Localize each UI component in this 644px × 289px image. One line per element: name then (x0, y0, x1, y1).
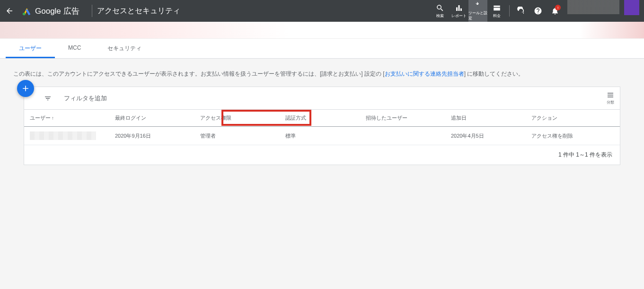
tools-settings-button[interactable]: ツールと設定 (468, 0, 487, 22)
header-tools: 検索 レポート ツールと設定 料金 ! (431, 0, 644, 22)
pagination-info: 1 件中 1～1 件を表示 (24, 145, 620, 165)
add-user-button[interactable] (17, 80, 34, 97)
notification-badge: ! (555, 5, 561, 10)
info-text: この表には、このアカウントにアクセスできるユーザーが表示されます。お支払い情報を… (0, 59, 644, 87)
table-header-row: ユーザー↑ 最終ログイン アクセス権限 認証方式 招待したユーザー 追加日 アク… (24, 110, 620, 127)
info-prefix: この表には、このアカウントにアクセスできるユーザーが表示されます。お支払い情報を… (13, 70, 385, 77)
billing-label: 料金 (493, 13, 501, 18)
col-action[interactable]: アクション (526, 110, 620, 127)
cell-user (24, 127, 109, 145)
google-ads-logo-icon (22, 6, 32, 16)
svg-point-0 (23, 13, 26, 15)
tab-security[interactable]: セキュリティ (94, 39, 155, 58)
table-row: 2020年9月16日 管理者 標準 2020年4月5日 アクセス権を削除 (24, 127, 620, 145)
billing-contacts-link[interactable]: お支払いに関する連絡先担当者 (385, 70, 464, 77)
user-redacted (30, 131, 96, 140)
divider (509, 5, 510, 17)
avatar[interactable] (624, 0, 639, 15)
reports-button[interactable]: レポート (450, 0, 468, 22)
account-info[interactable] (567, 0, 619, 14)
page-title: アクセスとセキュリティ (97, 6, 180, 16)
sort-asc-icon: ↑ (52, 115, 54, 121)
add-filter-label[interactable]: フィルタを追加 (64, 94, 107, 103)
refresh-button[interactable] (512, 0, 529, 22)
search-button[interactable]: 検索 (431, 0, 450, 22)
app-header: Google 広告 アクセスとセキュリティ 検索 レポート ツールと設定 料金 (0, 0, 644, 22)
col-auth-method[interactable]: 認証方式 (280, 110, 360, 127)
cell-access-level[interactable]: 管理者 (194, 127, 280, 145)
reports-label: レポート (451, 13, 467, 18)
segment-button[interactable]: 分類 (601, 91, 620, 105)
search-label: 検索 (436, 13, 444, 18)
cell-action[interactable]: アクセス権を削除 (526, 127, 620, 145)
filter-bar: フィルタを追加 分類 (24, 87, 620, 110)
help-button[interactable] (529, 0, 547, 22)
cell-last-login: 2020年9月16日 (109, 127, 194, 145)
filter-icon[interactable] (43, 95, 53, 102)
info-suffix: ] に移動してください。 (464, 70, 524, 77)
segment-label: 分類 (607, 100, 614, 105)
tab-user[interactable]: ユーザー (6, 39, 55, 58)
account-subheader (0, 22, 644, 39)
billing-button[interactable]: 料金 (487, 0, 506, 22)
back-button[interactable] (0, 0, 19, 22)
col-date-added[interactable]: 追加日 (445, 110, 526, 127)
user-card: フィルタを追加 分類 ユーザー↑ 最終ログイン アクセス権限 認証方式 招待した… (24, 87, 620, 165)
cell-invited-user (360, 127, 445, 145)
tabs: ユーザー MCC セキュリティ (0, 39, 644, 59)
col-user[interactable]: ユーザー↑ (24, 110, 109, 127)
tools-settings-label: ツールと設定 (468, 10, 487, 21)
tab-mcc[interactable]: MCC (55, 39, 94, 58)
users-table: ユーザー↑ 最終ログイン アクセス権限 認証方式 招待したユーザー 追加日 アク… (24, 110, 620, 145)
col-last-login[interactable]: 最終ログイン (109, 110, 194, 127)
cell-auth-method: 標準 (280, 127, 360, 145)
notifications-button[interactable]: ! (547, 0, 564, 22)
divider (92, 5, 92, 17)
col-access-level[interactable]: アクセス権限 (194, 110, 280, 127)
col-invited-user[interactable]: 招待したユーザー (360, 110, 445, 127)
app-title: Google 広告 (35, 6, 87, 17)
cell-date-added: 2020年4月5日 (445, 127, 526, 145)
